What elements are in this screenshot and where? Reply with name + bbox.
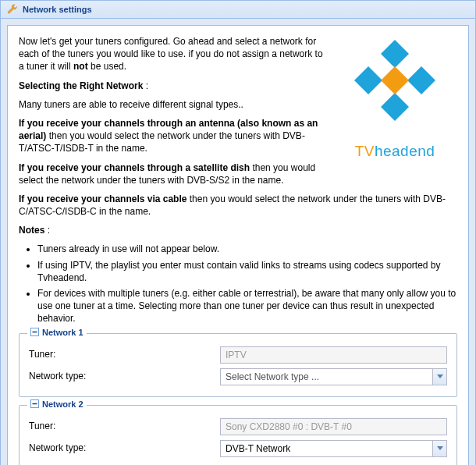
intro-text: Now let's get your tuners configured. Go…	[19, 35, 325, 186]
inner-panel: TVheadend Now let's get your tuners conf…	[7, 25, 469, 465]
notes-heading: Notes :	[19, 224, 457, 236]
network-settings-window: Network settings	[0, 0, 476, 465]
intro-block: TVheadend Now let's get your tuners conf…	[19, 35, 457, 325]
logo-text: TVheadend	[332, 141, 457, 162]
intro-p2: Many tuners are able to receive differen…	[19, 98, 325, 111]
collapse-icon	[30, 328, 39, 336]
network-2-fieldset: Network 2 Tuner: Network type: DVB-T Net…	[19, 405, 457, 465]
intro-p4: If you receive your channels through a s…	[19, 162, 325, 186]
network-type-label: Network type:	[29, 370, 220, 382]
tuner-label: Tuner:	[29, 348, 220, 360]
tuner-label: Tuner:	[29, 420, 220, 432]
network-1-fieldset: Network 1 Tuner: Network type: Select Ne…	[19, 333, 457, 397]
dropdown-trigger[interactable]	[432, 369, 446, 385]
intro-p1: Now let's get your tuners configured. Go…	[19, 35, 325, 73]
tuner-row: Tuner:	[29, 418, 447, 435]
network-type-select[interactable]: Select Network type ...	[220, 368, 447, 385]
intro-p5: If you receive your channels via cable t…	[19, 193, 457, 218]
tvheadend-logo: TVheadend	[332, 35, 457, 162]
intro-p3: If you receive your channels through an …	[19, 117, 325, 155]
title-bar: Network settings	[1, 1, 475, 19]
network-type-row: Network type: DVB-T Network	[29, 440, 447, 457]
list-item: For devices with multiple tuners (e.g. e…	[37, 287, 457, 325]
chevron-down-icon	[437, 446, 443, 451]
intro-h1: Selecting the Right Network :	[19, 80, 325, 92]
tuner-input	[220, 418, 447, 435]
content-area: TVheadend Now let's get your tuners conf…	[1, 19, 475, 465]
network-type-label: Network type:	[29, 442, 220, 454]
tuner-row: Tuner:	[29, 346, 447, 364]
window-title: Network settings	[23, 5, 92, 14]
notes-list: Tuners already in use will not appear be…	[19, 243, 457, 325]
wrench-icon	[7, 4, 18, 15]
network-type-select[interactable]: DVB-T Network	[220, 440, 447, 457]
list-item: Tuners already in use will not appear be…	[37, 243, 457, 255]
chevron-down-icon	[437, 374, 443, 379]
network-1-legend[interactable]: Network 1	[27, 327, 87, 339]
dropdown-trigger[interactable]	[432, 441, 446, 456]
tuner-input	[220, 346, 447, 364]
collapse-icon	[30, 399, 39, 408]
network-2-legend[interactable]: Network 2	[27, 399, 87, 410]
logo-graphic	[340, 35, 449, 137]
network-type-row: Network type: Select Network type ...	[29, 368, 447, 385]
list-item: If using IPTV, the playlist you enter mu…	[37, 259, 457, 284]
